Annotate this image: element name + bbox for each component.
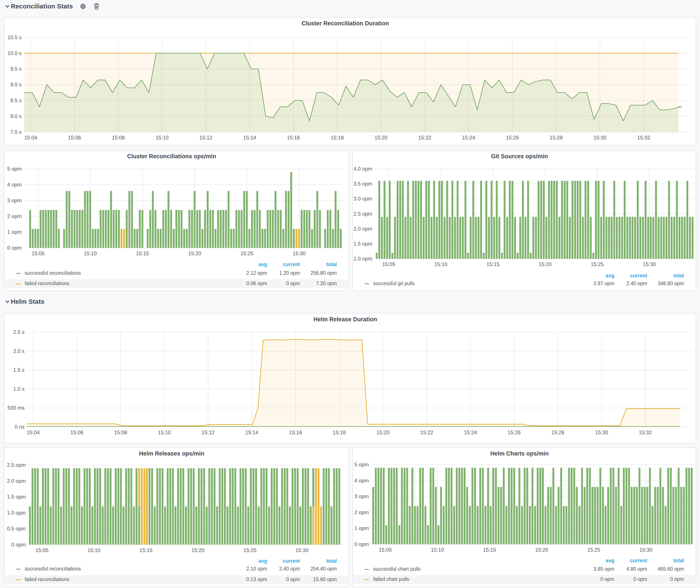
svg-text:15:18: 15:18 — [333, 430, 346, 435]
svg-text:15:30: 15:30 — [643, 261, 656, 267]
svg-text:0 opm: 0 opm — [11, 542, 26, 548]
svg-text:15:22: 15:22 — [420, 430, 433, 435]
svg-text:15:20: 15:20 — [192, 547, 205, 553]
svg-text:8.0 s: 8.0 s — [10, 113, 22, 119]
svg-text:15:06: 15:06 — [70, 430, 83, 435]
svg-text:15:04: 15:04 — [27, 430, 40, 435]
svg-text:1.5 s: 1.5 s — [13, 367, 24, 373]
svg-text:15:30: 15:30 — [595, 430, 608, 435]
svg-text:2.0 opm: 2.0 opm — [7, 478, 26, 484]
svg-text:15:08: 15:08 — [114, 430, 127, 435]
svg-text:8.5 s: 8.5 s — [10, 97, 22, 103]
svg-text:15:20: 15:20 — [376, 430, 389, 435]
svg-text:15:10: 15:10 — [84, 250, 97, 256]
svg-text:2.5 s: 2.5 s — [13, 329, 24, 335]
svg-text:2 opm: 2 opm — [7, 213, 22, 219]
svg-text:1.5 opm: 1.5 opm — [7, 494, 26, 500]
svg-text:0 opm: 0 opm — [354, 541, 369, 547]
svg-text:15:15: 15:15 — [483, 547, 496, 553]
svg-text:15:20: 15:20 — [188, 250, 201, 256]
svg-text:15:24: 15:24 — [462, 135, 475, 141]
svg-text:15:04: 15:04 — [24, 135, 37, 141]
svg-text:15:10: 15:10 — [158, 430, 171, 435]
svg-text:15:15: 15:15 — [487, 261, 500, 267]
svg-text:1.0 opm: 1.0 opm — [7, 510, 26, 516]
svg-text:10.5 s: 10.5 s — [8, 34, 22, 40]
svg-text:15:32: 15:32 — [639, 430, 652, 435]
svg-text:15:30: 15:30 — [639, 547, 652, 553]
svg-text:3.0 opm: 3.0 opm — [353, 196, 372, 202]
svg-text:0 opm: 0 opm — [7, 245, 22, 251]
svg-text:2 opm: 2 opm — [354, 509, 369, 515]
svg-text:15:15: 15:15 — [136, 250, 149, 256]
svg-text:2.0 s: 2.0 s — [13, 348, 24, 354]
svg-text:15:06: 15:06 — [68, 135, 81, 141]
svg-text:4 opm: 4 opm — [354, 478, 369, 483]
svg-text:2.5 opm: 2.5 opm — [7, 462, 26, 468]
svg-text:3.5 opm: 3.5 opm — [353, 181, 372, 187]
svg-text:5 opm: 5 opm — [7, 166, 22, 172]
svg-text:15:12: 15:12 — [202, 430, 215, 435]
svg-text:15:15: 15:15 — [139, 547, 152, 553]
svg-text:15:26: 15:26 — [508, 430, 521, 435]
svg-text:15:08: 15:08 — [112, 135, 125, 141]
svg-text:15:30: 15:30 — [295, 547, 308, 553]
svg-text:9.0 s: 9.0 s — [10, 82, 22, 87]
svg-text:15:05: 15:05 — [32, 250, 45, 256]
svg-text:1.5 opm: 1.5 opm — [353, 241, 372, 247]
svg-text:500 ms: 500 ms — [7, 405, 24, 411]
svg-text:15:28: 15:28 — [550, 135, 563, 141]
svg-text:1.0 opm: 1.0 opm — [353, 256, 372, 262]
svg-text:15:14: 15:14 — [245, 430, 258, 435]
svg-text:15:25: 15:25 — [591, 261, 604, 267]
svg-text:15:32: 15:32 — [637, 135, 650, 141]
svg-text:7.5 s: 7.5 s — [10, 129, 22, 135]
svg-text:10.0 s: 10.0 s — [8, 50, 22, 56]
svg-text:15:18: 15:18 — [331, 135, 344, 141]
svg-text:15:26: 15:26 — [506, 135, 519, 141]
svg-text:0 ns: 0 ns — [15, 424, 24, 430]
svg-text:15:16: 15:16 — [289, 430, 302, 435]
svg-text:2.0 opm: 2.0 opm — [353, 226, 372, 232]
svg-text:15:12: 15:12 — [199, 135, 212, 141]
svg-text:0.5 opm: 0.5 opm — [7, 526, 26, 531]
svg-text:15:05: 15:05 — [382, 261, 395, 267]
svg-text:15:20: 15:20 — [535, 547, 548, 553]
svg-text:15:25: 15:25 — [587, 547, 600, 553]
svg-text:15:25: 15:25 — [240, 250, 253, 256]
svg-text:15:25: 15:25 — [244, 547, 256, 553]
svg-text:15:28: 15:28 — [551, 430, 564, 435]
svg-text:15:20: 15:20 — [539, 261, 552, 267]
svg-text:2.5 opm: 2.5 opm — [353, 211, 372, 217]
svg-text:1 opm: 1 opm — [354, 525, 369, 531]
svg-text:15:22: 15:22 — [418, 135, 431, 141]
svg-text:15:16: 15:16 — [287, 135, 300, 141]
svg-text:1 opm: 1 opm — [7, 229, 22, 235]
svg-text:15:14: 15:14 — [243, 135, 256, 141]
svg-text:15:10: 15:10 — [87, 547, 100, 553]
svg-text:15:30: 15:30 — [594, 135, 606, 141]
svg-text:15:20: 15:20 — [374, 135, 387, 141]
svg-text:5 opm: 5 opm — [354, 462, 369, 467]
svg-text:4.0 opm: 4.0 opm — [353, 166, 372, 172]
svg-text:9.5 s: 9.5 s — [10, 66, 22, 72]
svg-text:15:24: 15:24 — [464, 430, 477, 435]
svg-text:4 opm: 4 opm — [7, 182, 22, 187]
svg-text:15:05: 15:05 — [379, 547, 392, 553]
svg-text:15:05: 15:05 — [35, 547, 48, 553]
svg-text:3 opm: 3 opm — [354, 493, 369, 499]
svg-text:15:10: 15:10 — [156, 135, 169, 141]
svg-text:3 opm: 3 opm — [7, 197, 22, 203]
svg-text:1.0 s: 1.0 s — [13, 386, 24, 392]
svg-text:15:10: 15:10 — [431, 547, 444, 553]
svg-text:15:10: 15:10 — [434, 261, 447, 267]
svg-text:15:30: 15:30 — [293, 250, 306, 256]
